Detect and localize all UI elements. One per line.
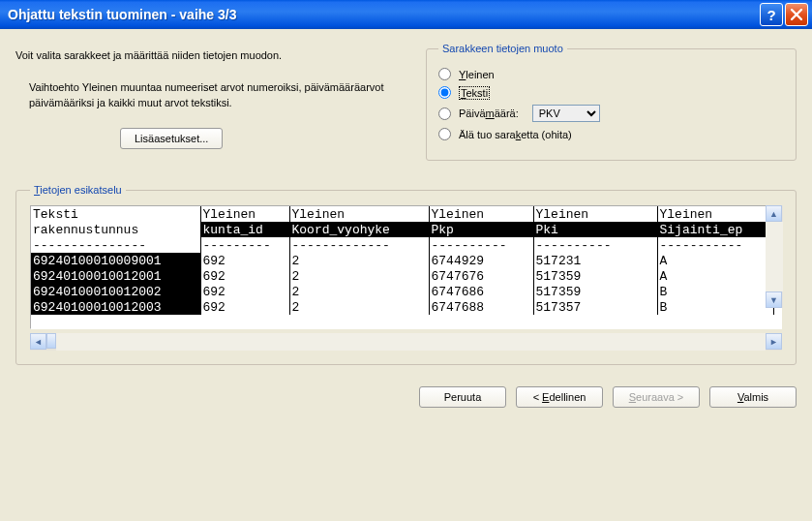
radio-skip[interactable] — [438, 128, 451, 140]
radio-general[interactable] — [438, 68, 451, 80]
scroll-left-icon[interactable]: ◄ — [30, 333, 46, 350]
wizard-buttons: Peruuta < Edellinen Seuraava > Valmis — [15, 386, 797, 408]
preview-grid[interactable]: TekstiYleinenYleinenYleinenYleinenYleine… — [30, 205, 782, 329]
table-row[interactable]: 6924010001000900169226744929517231A — [31, 253, 773, 268]
column-name[interactable]: Pkp — [429, 222, 533, 237]
table-row[interactable]: 6924010001001200369226747688517357B — [31, 299, 773, 315]
radio-text[interactable] — [438, 86, 451, 99]
close-icon — [791, 9, 802, 20]
scroll-thumb[interactable] — [46, 333, 56, 349]
radio-general-label: Yleinen — [459, 69, 495, 80]
finish-button[interactable]: Valmis — [709, 386, 797, 408]
advanced-button[interactable]: Lisäasetukset... — [120, 128, 223, 149]
table-row[interactable]: 6924010001001200169226747676517359A — [31, 268, 773, 284]
radio-text-label: Teksti — [459, 87, 490, 99]
preview-group: Tietojen esikatselu TekstiYleinenYleinen… — [15, 184, 797, 365]
column-name[interactable]: Sijainti_ep — [657, 222, 773, 237]
preview-legend: Tietojen esikatselu — [30, 184, 126, 196]
date-format-select[interactable]: PKV — [532, 105, 600, 122]
horizontal-scrollbar[interactable]: ◄ ► — [30, 333, 782, 351]
instruction-text: Voit valita sarakkeet ja määrittää niide… — [15, 48, 403, 63]
column-type[interactable]: Teksti — [31, 206, 200, 222]
column-name[interactable]: Koord_vyohyke — [289, 222, 429, 237]
back-button[interactable]: < Edellinen — [516, 386, 603, 408]
format-legend: Sarakkeen tietojen muoto — [438, 43, 567, 54]
table-row[interactable]: 6924010001001200269226747686517359B — [31, 284, 773, 299]
radio-date-label: Päivämäärä: — [459, 107, 519, 119]
titlebar: Ohjattu tekstin tuominen - vaihe 3/3 ? — [0, 0, 812, 29]
column-format-group: Sarakkeen tietojen muoto Yleinen Teksti … — [426, 43, 797, 161]
radio-skip-label: Älä tuo saraketta (ohita) — [459, 129, 572, 140]
next-button: Seuraava > — [613, 386, 700, 408]
scroll-down-icon[interactable]: ▼ — [766, 291, 782, 308]
column-type[interactable]: Yleinen — [429, 206, 533, 222]
column-name[interactable]: Pki — [533, 222, 657, 237]
window-title: Ohjattu tekstin tuominen - vaihe 3/3 — [8, 7, 758, 22]
help-button[interactable]: ? — [760, 3, 783, 26]
scroll-right-icon[interactable]: ► — [766, 333, 782, 350]
column-type[interactable]: Yleinen — [200, 206, 289, 222]
column-type[interactable]: Yleinen — [533, 206, 657, 222]
vertical-scrollbar[interactable]: ▲ ▼ — [766, 205, 783, 308]
column-name[interactable]: rakennustunnus — [31, 222, 200, 237]
column-name[interactable]: kunta_id — [200, 222, 289, 237]
scroll-up-icon[interactable]: ▲ — [766, 205, 782, 222]
cancel-button[interactable]: Peruuta — [419, 386, 506, 408]
radio-date[interactable] — [438, 107, 451, 120]
close-button[interactable] — [785, 3, 808, 26]
column-type[interactable]: Yleinen — [289, 206, 429, 222]
column-type[interactable]: Yleinen — [657, 206, 773, 222]
description-text: Vaihtoehto Yleinen muuntaa numeeriset ar… — [29, 80, 403, 110]
